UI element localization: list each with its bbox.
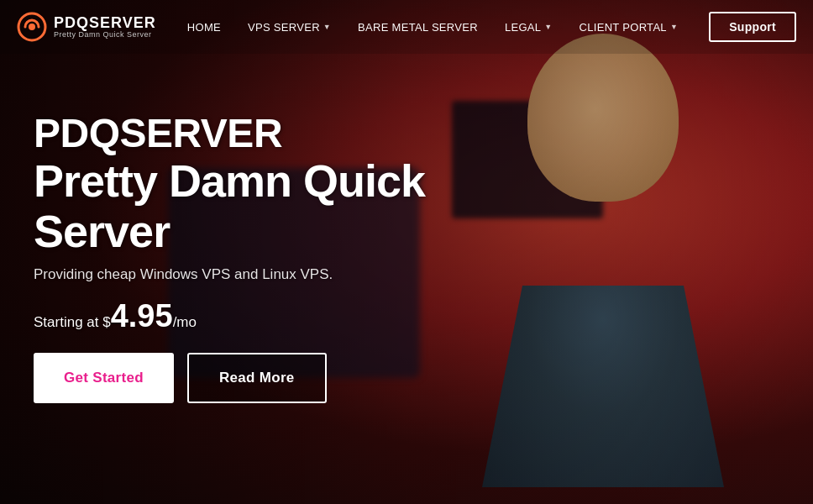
hero-title-main: PDQSERVER — [34, 112, 538, 156]
svg-point-1 — [29, 24, 35, 30]
pricing-price: 4.95 — [111, 298, 173, 333]
logo-text: PDQSERVER Pretty Damn Quick Server — [54, 15, 156, 39]
logo-sub-text: Pretty Damn Quick Server — [54, 30, 156, 39]
navbar: PDQSERVER Pretty Damn Quick Server HOME … — [0, 0, 813, 54]
read-more-button[interactable]: Read More — [187, 353, 327, 403]
logo-icon — [17, 12, 47, 42]
logo-main-text: PDQSERVER — [54, 15, 156, 30]
hero-content: PDQSERVER Pretty Damn Quick Server Provi… — [34, 112, 538, 403]
vps-dropdown-icon: ▼ — [323, 23, 331, 31]
client-portal-dropdown-icon: ▼ — [670, 23, 678, 31]
nav-links: HOME VPS SERVER ▼ BARE METAL SERVER LEGA… — [156, 14, 710, 40]
get-started-button[interactable]: Get Started — [34, 353, 174, 403]
legal-dropdown-icon: ▼ — [544, 23, 552, 31]
nav-home[interactable]: HOME — [176, 14, 233, 40]
hero-title-sub: Pretty Damn Quick Server — [34, 156, 538, 256]
nav-client-portal[interactable]: CLIENT PORTAL ▼ — [568, 14, 690, 40]
hero-pricing: Starting at $4.95/mo — [34, 298, 538, 334]
support-button[interactable]: Support — [709, 12, 796, 42]
hero-buttons: Get Started Read More — [34, 353, 538, 403]
pricing-per-mo: /mo — [173, 314, 197, 330]
hero-section: PDQSERVER Pretty Damn Quick Server HOME … — [0, 0, 813, 504]
nav-bare-metal[interactable]: BARE METAL SERVER — [346, 14, 490, 40]
pricing-prefix: Starting at $ — [34, 314, 111, 330]
logo[interactable]: PDQSERVER Pretty Damn Quick Server — [17, 12, 156, 42]
nav-legal[interactable]: LEGAL ▼ — [493, 14, 564, 40]
nav-vps-server[interactable]: VPS SERVER ▼ — [236, 14, 343, 40]
hero-description: Providing cheap Windows VPS and Linux VP… — [34, 266, 538, 283]
